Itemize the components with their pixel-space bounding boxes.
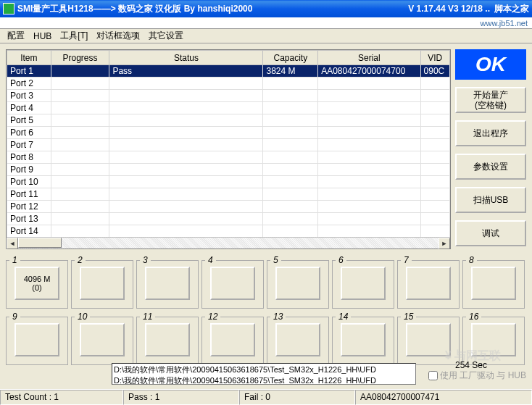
slot-3: 3: [136, 255, 199, 309]
port-table: Item Progress Status Capacity Serial VID…: [6, 49, 451, 249]
slot-button-5[interactable]: [275, 267, 320, 300]
menu-tools[interactable]: 工具[T]: [56, 28, 92, 43]
elapsed-seconds: 254 Sec: [455, 360, 487, 370]
table-row[interactable]: Port 8: [7, 151, 450, 164]
slot-7: 7: [397, 255, 460, 309]
debug-button[interactable]: 调试: [455, 220, 526, 246]
slot-button-16[interactable]: [471, 323, 516, 356]
table-row[interactable]: Port 3: [7, 90, 450, 102]
slot-12: 12: [201, 312, 264, 365]
menu-other[interactable]: 其它设置: [144, 28, 188, 43]
menu-config[interactable]: 配置: [3, 28, 29, 43]
scan-usb-button[interactable]: 扫描USB: [455, 187, 526, 213]
start-button[interactable]: 开始量产 (空格键): [455, 87, 526, 113]
table-row[interactable]: Port 14: [7, 225, 450, 238]
table-row[interactable]: Port 11: [7, 188, 450, 201]
param-button[interactable]: 参数设置: [455, 154, 526, 180]
scroll-thumb[interactable]: [18, 238, 62, 248]
slot-button-3[interactable]: [145, 267, 190, 300]
slot-13: 13: [267, 312, 329, 365]
table-row[interactable]: Port 7: [7, 139, 450, 151]
slot-8: 8: [462, 255, 525, 309]
slot-2: 2: [71, 255, 133, 309]
slot-button-7[interactable]: [406, 267, 451, 300]
table-row[interactable]: Port 1Pass3824 MAA080427000074700090C: [7, 65, 450, 78]
title-bar: SMI量产工具H1218——> 数码之家 汉化版 By hanshiqi2000…: [0, 0, 532, 17]
slot-1: 14096 M(0): [6, 255, 68, 309]
menu-dialog[interactable]: 对话框选项: [92, 28, 144, 43]
slot-button-4[interactable]: [210, 267, 255, 300]
table-row[interactable]: Port 6: [7, 127, 450, 139]
slot-button-13[interactable]: [275, 323, 320, 356]
table-row[interactable]: Port 5: [7, 114, 450, 127]
slot-9: 9: [6, 312, 68, 365]
hub-checkbox-label[interactable]: 使用 工厂驱动 与 HUB: [428, 369, 526, 382]
slot-button-11[interactable]: [145, 323, 190, 356]
window-title: SMI量产工具H1218——> 数码之家 汉化版 By hanshiqi2000: [17, 3, 252, 15]
slot-11: 11: [136, 312, 199, 365]
status-test-count: Test Count : 1: [0, 390, 123, 405]
col-capacity[interactable]: Capacity: [263, 51, 318, 65]
slot-button-8[interactable]: [471, 267, 516, 300]
slot-6: 6: [332, 255, 394, 309]
col-serial[interactable]: Serial: [318, 51, 420, 65]
status-pass: Pass : 1: [123, 390, 239, 405]
url-label: www.jb51.net: [481, 19, 528, 28]
title-extra: 脚本之家: [494, 3, 529, 15]
status-ok-indicator: OK: [455, 49, 526, 80]
slot-button-1[interactable]: 4096 M(0): [14, 267, 59, 300]
slot-15: 15: [397, 312, 460, 365]
table-row[interactable]: Port 10: [7, 176, 450, 188]
menu-bar: 配置 HUB 工具[T] 对话框选项 其它设置: [0, 29, 532, 43]
slot-10: 10: [71, 312, 133, 365]
col-item[interactable]: Item: [7, 51, 51, 65]
slot-4: 4: [201, 255, 264, 309]
status-bar: Test Count : 1 Pass : 1 Fail : 0 AA08042…: [0, 389, 532, 405]
slot-button-10[interactable]: [80, 323, 125, 356]
col-status[interactable]: Status: [109, 51, 263, 65]
slot-button-14[interactable]: [341, 323, 386, 356]
table-row[interactable]: Port 2: [7, 78, 450, 90]
exit-button[interactable]: 退出程序: [455, 120, 526, 146]
slot-14: 14: [332, 312, 394, 365]
version-label: V 1.17.44 V3 12/18 ..: [408, 4, 490, 14]
h-scrollbar[interactable]: ◄ ►: [7, 237, 450, 249]
table-row[interactable]: Port 12: [7, 201, 450, 213]
menu-hub[interactable]: HUB: [29, 30, 56, 43]
table-row[interactable]: Port 4: [7, 102, 450, 114]
slot-button-12[interactable]: [210, 323, 255, 356]
scroll-right-icon[interactable]: ►: [439, 238, 450, 249]
sub-bar: www.jb51.net: [0, 17, 532, 29]
app-icon: [3, 3, 14, 14]
hub-checkbox[interactable]: [428, 371, 438, 380]
slot-5: 5: [267, 255, 329, 309]
status-serial: AA08042700007471: [355, 390, 532, 405]
status-fail: Fail : 0: [239, 390, 355, 405]
slot-button-6[interactable]: [341, 267, 386, 300]
table-row[interactable]: Port 13: [7, 213, 450, 225]
col-vid[interactable]: VID: [420, 51, 449, 65]
table-row[interactable]: Port 9: [7, 164, 450, 176]
slot-button-2[interactable]: [80, 267, 125, 300]
log-output[interactable]: D:\我的软件\常用软件\20090415063618675\Test_SM32…: [112, 363, 416, 385]
slot-button-9[interactable]: [14, 323, 59, 356]
slot-16: 16: [462, 312, 525, 365]
scroll-left-icon[interactable]: ◄: [7, 238, 18, 249]
col-progress[interactable]: Progress: [51, 51, 109, 65]
slot-button-15[interactable]: [406, 323, 451, 356]
